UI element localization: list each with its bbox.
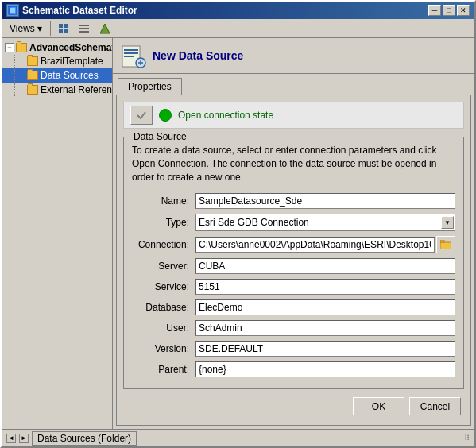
server-label: Server: xyxy=(132,261,195,272)
status-bar: ◄ ► Data Sources (Folder) ⠿ xyxy=(2,429,474,446)
content-panel: Open connection state Data Source To cre… xyxy=(116,95,471,426)
group-box-label: Data Source xyxy=(130,131,190,142)
svg-rect-3 xyxy=(64,24,68,28)
toolbar-button-3[interactable] xyxy=(95,20,114,37)
svg-rect-18 xyxy=(440,240,444,242)
connection-status-indicator xyxy=(159,109,172,122)
svg-rect-2 xyxy=(59,24,63,28)
description-text: To create a data source, select or enter… xyxy=(132,144,455,183)
version-row: Version: xyxy=(132,341,455,357)
connection-state-bar: Open connection state xyxy=(123,102,464,129)
svg-rect-7 xyxy=(79,28,89,29)
connection-status-text: Open connection state xyxy=(178,110,273,121)
main-window: Schematic Dataset Editor ─ □ ✕ Views ▾ xyxy=(0,0,476,448)
button-row: OK Cancel xyxy=(123,397,464,415)
user-label: User: xyxy=(132,322,195,334)
svg-rect-5 xyxy=(64,29,68,33)
tab-bar: Properties xyxy=(113,74,474,95)
parent-input[interactable] xyxy=(195,361,455,377)
connection-row: Connection: xyxy=(132,236,455,253)
scroll-left-button[interactable]: ◄ xyxy=(6,434,16,443)
type-select-wrapper: Esri Sde GDB Connection ▼ xyxy=(195,214,455,231)
name-input[interactable] xyxy=(195,193,455,209)
window-title: Schematic Dataset Editor xyxy=(22,5,137,16)
maximize-button[interactable]: □ xyxy=(443,5,455,16)
svg-rect-12 xyxy=(124,52,138,54)
name-row: Name: xyxy=(132,193,455,209)
service-label: Service: xyxy=(132,281,195,292)
service-input[interactable] xyxy=(195,279,455,295)
type-select[interactable]: Esri Sde GDB Connection xyxy=(195,214,455,231)
menu-separator xyxy=(50,21,51,36)
name-label: Name: xyxy=(132,195,195,207)
database-input[interactable] xyxy=(195,299,455,315)
user-input[interactable] xyxy=(195,320,455,336)
version-input[interactable] xyxy=(195,341,455,357)
svg-rect-6 xyxy=(79,25,89,26)
sidebar-item-externalreferences[interactable]: External References xyxy=(2,83,112,97)
parent-row: Parent: xyxy=(132,361,455,377)
svg-rect-17 xyxy=(440,242,451,249)
user-row: User: xyxy=(132,320,455,336)
tree-line-3 xyxy=(14,83,24,96)
svg-rect-4 xyxy=(59,29,63,33)
menu-bar: Views ▾ xyxy=(2,19,474,38)
svg-rect-13 xyxy=(124,56,134,57)
database-row: Database: xyxy=(132,299,455,315)
new-datasource-icon xyxy=(121,43,146,68)
connection-input[interactable] xyxy=(195,237,435,253)
menu-views[interactable]: Views ▾ xyxy=(5,21,47,36)
title-bar: Schematic Dataset Editor ─ □ ✕ xyxy=(2,2,474,19)
sidebar-item-datasources[interactable]: Data Sources xyxy=(2,68,112,83)
close-button[interactable]: ✕ xyxy=(457,5,470,16)
sidebar-item-label-0: AdvancedSchematic xyxy=(29,42,113,53)
sidebar-item-braziltemplate[interactable]: BrazilTemplate xyxy=(2,54,112,68)
type-row: Type: Esri Sde GDB Connection ▼ xyxy=(132,214,455,231)
type-label: Type: xyxy=(132,217,195,228)
sidebar-item-label-3: External References xyxy=(41,84,113,95)
check-connection-button[interactable] xyxy=(130,106,153,125)
minimize-button[interactable]: ─ xyxy=(428,5,441,16)
svg-rect-1 xyxy=(10,8,15,13)
connection-label: Connection: xyxy=(132,239,195,250)
sidebar-item-label-2: Data Sources xyxy=(41,70,99,81)
title-bar-left: Schematic Dataset Editor xyxy=(6,4,137,17)
service-row: Service: xyxy=(132,279,455,295)
svg-marker-9 xyxy=(100,24,110,33)
resize-grip-icon: ⠿ xyxy=(464,434,470,442)
sidebar: − AdvancedSchematic BrazilTemplate D xyxy=(2,38,113,429)
cancel-button[interactable]: Cancel xyxy=(409,397,461,415)
server-input[interactable] xyxy=(195,258,455,274)
tree-line-1 xyxy=(14,55,24,68)
panel-header: New Data Source xyxy=(113,38,474,74)
right-panel: New Data Source Properties Open connecti… xyxy=(113,38,474,429)
svg-rect-8 xyxy=(79,31,89,33)
scroll-right-button[interactable]: ► xyxy=(19,434,29,443)
title-bar-buttons: ─ □ ✕ xyxy=(428,5,470,16)
status-text: Data Sources (Folder) xyxy=(32,431,137,446)
app-icon xyxy=(6,4,19,17)
version-label: Version: xyxy=(132,343,195,354)
tab-properties[interactable]: Properties xyxy=(118,78,182,95)
sidebar-item-label-1: BrazilTemplate xyxy=(41,56,103,67)
toolbar-button-1[interactable] xyxy=(54,20,73,37)
sidebar-item-advancedschematic[interactable]: − AdvancedSchematic xyxy=(2,41,112,54)
parent-label: Parent: xyxy=(132,364,195,375)
svg-rect-11 xyxy=(124,49,138,51)
main-content: − AdvancedSchematic BrazilTemplate D xyxy=(2,38,474,429)
browse-button[interactable] xyxy=(436,236,455,253)
tree-line-2 xyxy=(14,69,24,82)
ok-button[interactable]: OK xyxy=(353,397,404,415)
server-row: Server: xyxy=(132,258,455,274)
database-label: Database: xyxy=(132,302,195,313)
status-bar-left: ◄ ► Data Sources (Folder) xyxy=(6,431,137,446)
panel-title: New Data Source xyxy=(153,49,243,62)
toolbar-button-2[interactable] xyxy=(75,20,94,37)
data-source-group: Data Source To create a data source, sel… xyxy=(123,137,464,389)
tree-expand-icon[interactable]: − xyxy=(5,43,14,52)
